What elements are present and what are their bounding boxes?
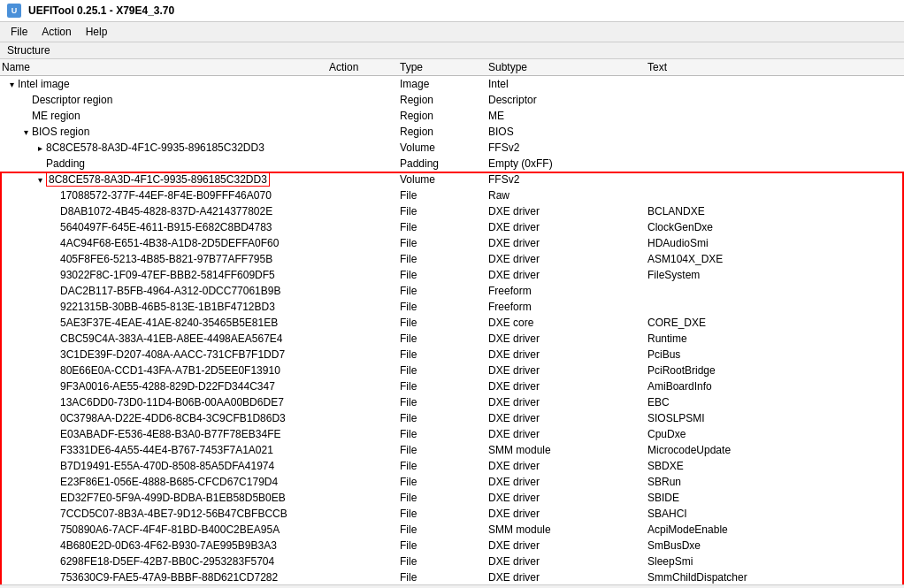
- row-subtype: Freeform: [486, 285, 646, 297]
- table-row[interactable]: ME regionRegionME: [0, 108, 904, 124]
- table-row[interactable]: 750890A6-7ACF-4F4F-81BD-B400C2BEA95AFile…: [0, 522, 904, 538]
- row-type: File: [398, 205, 486, 218]
- table-row[interactable]: B7D19491-E55A-470D-8508-85A5DFA41974File…: [0, 458, 904, 474]
- table-row[interactable]: 80E66E0A-CCD1-43FA-A7B1-2D5EE0F13910File…: [0, 363, 904, 378]
- row-name: ED32F7E0-5F9A-499D-BDBA-B1EB58D5B0EB: [60, 492, 286, 504]
- row-name: 750890A6-7ACF-4F4F-81BD-B400C2BEA95A: [60, 523, 280, 536]
- table-row[interactable]: 3C1DE39F-D207-408A-AACC-731CFB7F1DD7File…: [0, 347, 904, 363]
- row-text: BCLANDXE: [646, 205, 904, 218]
- row-name: B7D19491-E55A-470D-8508-85A5DFA41974: [60, 460, 274, 472]
- row-name: 8C8CE578-8A3D-4F1C-9935-896185C32DD3: [46, 141, 264, 154]
- table-row[interactable]: 9F3A0016-AE55-4288-829D-D22FD344C347File…: [0, 378, 904, 394]
- row-subtype: DXE driver: [486, 555, 646, 568]
- row-subtype: DXE driver: [486, 221, 646, 233]
- row-subtype: DXE driver: [486, 364, 646, 377]
- row-name: 8C8CE578-8A3D-4F1C-9935-896185C32DD3: [46, 172, 270, 187]
- row-subtype: SMM module: [486, 523, 646, 536]
- row-subtype: DXE driver: [486, 508, 646, 520]
- table-row[interactable]: ED32F7E0-5F9A-499D-BDBA-B1EB58D5B0EBFile…: [0, 490, 904, 506]
- row-type: File: [398, 444, 486, 456]
- table-row[interactable]: E03ABADF-E536-4E88-B3A0-B77F78EB34FEFile…: [0, 426, 904, 442]
- row-subtype: DXE core: [486, 317, 646, 329]
- row-name: DAC2B117-B5FB-4964-A312-0DCC77061B9B: [60, 285, 280, 297]
- row-name: BIOS region: [32, 126, 89, 138]
- expand-icon[interactable]: ▾: [5, 80, 18, 89]
- row-name: E03ABADF-E536-4E88-B3A0-B77F78EB34FE: [60, 428, 280, 440]
- expand-icon[interactable]: ▸: [34, 143, 46, 153]
- table-row[interactable]: 17088572-377F-44EF-8F4E-B09FFF46A070File…: [0, 187, 904, 203]
- row-name: 3C1DE39F-D207-408A-AACC-731CFB7F1DD7: [60, 348, 285, 361]
- row-subtype: DXE driver: [486, 348, 646, 361]
- table-row[interactable]: E23F86E1-056E-4888-B685-CFCD67C179D4File…: [0, 474, 904, 490]
- table-row[interactable]: 5640497F-645E-4611-B915-E682C8BD4783File…: [0, 219, 904, 235]
- row-type: File: [398, 460, 486, 472]
- table-row[interactable]: 7CCD5C07-8B3A-4BE7-9D12-56B47CBFBCCBFile…: [0, 506, 904, 522]
- table-row[interactable]: F3331DE6-4A55-44E4-B767-7453F7A1A021File…: [0, 442, 904, 458]
- row-name: ME region: [32, 110, 80, 122]
- table-row[interactable]: D8AB1072-4B45-4828-837D-A4214377802EFile…: [0, 203, 904, 219]
- table-row[interactable]: 4AC94F68-E651-4B38-A1D8-2D5DEFFA0F60File…: [0, 235, 904, 251]
- row-name: CBC59C4A-383A-41EB-A8EE-4498AEA567E4: [60, 332, 282, 345]
- expand-icon[interactable]: ▾: [19, 127, 32, 137]
- table-row[interactable]: 9221315B-30BB-46B5-813E-1B1BF4712BD3File…: [0, 299, 904, 315]
- row-type: File: [398, 317, 486, 329]
- row-text: PciBus: [646, 348, 904, 361]
- table-row[interactable]: 6298FE18-D5EF-42B7-BB0C-2953283F5704File…: [0, 554, 904, 569]
- menu-help[interactable]: Help: [79, 24, 115, 40]
- app-title: UEFITool 0.25.1 - X79E4_3.70: [28, 4, 174, 17]
- table-row[interactable]: PaddingPaddingEmpty (0xFF): [0, 156, 904, 172]
- table-row[interactable]: 0C3798AA-D22E-4DD6-8CB4-3C9CFB1D86D3File…: [0, 410, 904, 426]
- row-type: File: [398, 237, 486, 249]
- col-header-type: Type: [398, 61, 486, 73]
- table-row[interactable]: 5AE3F37E-4EAE-41AE-8240-35465B5E81EBFile…: [0, 315, 904, 331]
- table-row[interactable]: 753630C9-FAE5-47A9-BBBF-88D621CD7282File…: [0, 569, 904, 584]
- col-header-name: Name: [0, 61, 327, 73]
- table-row[interactable]: ▾8C8CE578-8A3D-4F1C-9935-896185C32DD3Vol…: [0, 172, 904, 187]
- table-row[interactable]: Descriptor regionRegionDescriptor: [0, 92, 904, 108]
- row-type: File: [398, 555, 486, 568]
- table-row[interactable]: 13AC6DD0-73D0-11D4-B06B-00AA00BD6DE7File…: [0, 394, 904, 410]
- row-name: Intel image: [18, 78, 70, 90]
- table-row[interactable]: DAC2B117-B5FB-4964-A312-0DCC77061B9BFile…: [0, 283, 904, 299]
- row-type: File: [398, 476, 486, 488]
- table-row[interactable]: CBC59C4A-383A-41EB-A8EE-4498AEA567E4File…: [0, 331, 904, 347]
- row-name: 753630C9-FAE5-47A9-BBBF-88D621CD7282: [60, 571, 278, 584]
- row-text: ClockGenDxe: [646, 221, 904, 233]
- row-text: SIOSLPSMI: [646, 412, 904, 424]
- table-row[interactable]: 93022F8C-1F09-47EF-BBB2-5814FF609DF5File…: [0, 267, 904, 283]
- row-subtype: DXE driver: [486, 476, 646, 488]
- row-name: Descriptor region: [32, 94, 112, 106]
- row-text: CORE_DXE: [646, 317, 904, 329]
- bottom-scrollbar[interactable]: [0, 584, 904, 588]
- row-text: AmiBoardInfo: [646, 380, 904, 393]
- row-text: ASM104X_DXE: [646, 253, 904, 265]
- menu-file[interactable]: File: [4, 24, 34, 40]
- row-subtype: FFSv2: [486, 141, 646, 154]
- expand-icon[interactable]: ▾: [34, 175, 46, 185]
- row-type: Volume: [398, 141, 486, 154]
- row-type: Region: [398, 110, 486, 122]
- row-subtype: DXE driver: [486, 539, 646, 552]
- row-type: File: [398, 412, 486, 424]
- row-subtype: DXE driver: [486, 571, 646, 584]
- table-row[interactable]: ▸8C8CE578-8A3D-4F1C-9935-896185C32DD3Vol…: [0, 140, 904, 156]
- row-subtype: DXE driver: [486, 332, 646, 345]
- table-row[interactable]: 405F8FE6-5213-4B85-B821-97B77AFF795BFile…: [0, 251, 904, 267]
- menu-action[interactable]: Action: [34, 24, 78, 40]
- row-text: SBDXE: [646, 460, 904, 472]
- row-name: E23F86E1-056E-4888-B685-CFCD67C179D4: [60, 476, 278, 488]
- row-type: Region: [398, 94, 486, 106]
- row-name: 5AE3F37E-4EAE-41AE-8240-35465B5E81EB: [60, 317, 278, 329]
- table-row[interactable]: ▾BIOS regionRegionBIOS: [0, 124, 904, 140]
- table-row[interactable]: ▾Intel imageImageIntel: [0, 76, 904, 92]
- row-subtype: BIOS: [486, 126, 646, 138]
- row-subtype: DXE driver: [486, 237, 646, 249]
- row-text: Runtime: [646, 332, 904, 345]
- row-type: Volume: [398, 173, 486, 186]
- row-type: File: [398, 539, 486, 552]
- row-text: CpuDxe: [646, 428, 904, 440]
- row-name: 0C3798AA-D22E-4DD6-8CB4-3C9CFB1D86D3: [60, 412, 286, 424]
- row-text: FileSystem: [646, 269, 904, 281]
- row-text: HDAudioSmi: [646, 237, 904, 249]
- table-row[interactable]: 4B680E2D-0D63-4F62-B930-7AE995B9B3A3File…: [0, 538, 904, 554]
